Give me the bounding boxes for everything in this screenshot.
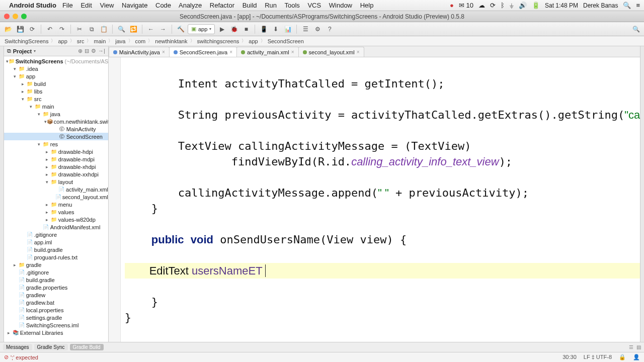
tree-node[interactable]: 📄proguard-rules.txt <box>4 253 108 261</box>
monitor-icon[interactable]: 📊 <box>283 24 293 34</box>
menu-file[interactable]: File <box>62 2 73 9</box>
tree-node[interactable]: 📄build.gradle <box>4 276 108 284</box>
tree-node[interactable]: ▸📁libs <box>4 87 108 95</box>
menu-run[interactable]: Run <box>265 2 277 9</box>
sdk-icon[interactable]: ⬇ <box>271 24 281 34</box>
menu-vcs[interactable]: VCS <box>307 2 321 9</box>
editor-gutter[interactable] <box>109 57 121 342</box>
bc-0[interactable]: SwitchingScreens <box>3 38 50 44</box>
settings-icon[interactable]: ⚙ <box>312 24 323 34</box>
forward-icon[interactable]: → <box>158 24 168 34</box>
lock-icon[interactable]: 🔒 <box>619 354 626 360</box>
bc-2[interactable]: src <box>75 38 86 44</box>
tree-node[interactable]: ▸📁gradle <box>4 261 108 268</box>
left-gutter-tabs[interactable] <box>0 46 4 342</box>
tree-node[interactable]: ⒸSecondScreen <box>4 133 108 140</box>
open-icon[interactable]: 📂 <box>3 24 13 34</box>
scroll-from-icon[interactable]: ⊕ <box>78 48 83 54</box>
tree-node[interactable]: ▾📁layout <box>4 178 108 186</box>
menu-navigate[interactable]: Navigate <box>122 2 147 9</box>
tree-node[interactable]: ▾📁src <box>4 95 108 103</box>
menu-code[interactable]: Code <box>155 2 171 9</box>
tree-node[interactable]: ▸📁build <box>4 80 108 87</box>
bc-1[interactable]: app <box>56 38 68 44</box>
right-gutter-tabs[interactable] <box>640 46 644 342</box>
collapse-icon[interactable]: ⊟ <box>85 48 89 54</box>
cloud-icon[interactable]: ☁︎ <box>478 2 485 9</box>
tree-node[interactable]: ▾📁java <box>4 110 108 118</box>
record-icon[interactable]: ● <box>450 2 454 9</box>
tab-secondscreen[interactable]: SecondScreen.java× <box>169 47 237 57</box>
tab-second-layout-xml[interactable]: second_layout.xml× <box>298 47 364 57</box>
tree-node[interactable]: 📄activity_main.xml <box>4 186 108 193</box>
menu-analyze[interactable]: Analyze <box>179 2 202 9</box>
battery-icon[interactable]: 🔋 <box>532 2 540 9</box>
hector-icon[interactable]: 👤 <box>633 354 640 360</box>
menu-view[interactable]: View <box>100 2 114 9</box>
view-combo-icon[interactable]: ⧉ <box>7 48 11 54</box>
project-tree[interactable]: ▾📁SwitchingScreens (~/Documents/ASProgra… <box>4 56 108 342</box>
bc-8[interactable]: app <box>247 38 259 44</box>
tab-gradle-build[interactable]: Gradle Build <box>70 344 104 350</box>
search-everywhere-icon[interactable]: 🔍 <box>631 24 641 34</box>
tab-messages[interactable]: Messages <box>3 344 32 350</box>
wifi-icon[interactable]: ⏚ <box>510 2 514 9</box>
notifications-icon[interactable]: ≡ <box>636 2 640 9</box>
sync-icon[interactable]: ⟳ <box>27 24 37 34</box>
clock[interactable]: Sat 1:48 PM <box>545 2 578 9</box>
tree-node[interactable]: ▾📁res <box>4 140 108 148</box>
tree-node[interactable]: ▾📁app <box>4 72 108 80</box>
encoding[interactable]: LF ‡ UTF-8 <box>584 354 612 360</box>
volume-icon[interactable]: 🔊 <box>519 2 527 9</box>
tree-node[interactable]: ▸📁drawable-xxhdpi <box>4 170 108 178</box>
tab-gradle-sync[interactable]: Gradle Sync <box>34 344 68 350</box>
menu-build[interactable]: Build <box>243 2 257 9</box>
tree-node[interactable]: 📄.gitignore <box>4 231 108 238</box>
menu-edit[interactable]: Edit <box>80 2 92 9</box>
close-icon[interactable]: × <box>162 49 165 55</box>
cut-icon[interactable]: ✂︎ <box>74 24 85 34</box>
menu-window[interactable]: Window <box>329 2 352 9</box>
tree-node[interactable]: ▸📁drawable-hdpi <box>4 148 108 155</box>
tab-mainactivity[interactable]: MainActivity.java× <box>109 47 170 57</box>
gradle-console-icon[interactable]: ▤ <box>636 344 641 350</box>
tree-node[interactable]: ▸📁values <box>4 208 108 216</box>
hide-icon[interactable]: →| <box>98 48 105 54</box>
tree-node[interactable]: ▸📁drawable-xhdpi <box>4 163 108 170</box>
find-icon[interactable]: 🔍 <box>116 24 126 34</box>
tree-node[interactable]: ▸📁values-w820dp <box>4 216 108 223</box>
close-window-icon[interactable] <box>4 14 10 19</box>
bc-6[interactable]: newthinktank <box>153 38 189 44</box>
tree-node[interactable]: ▸📚External Libraries <box>4 329 108 336</box>
help-icon[interactable]: ? <box>325 24 335 34</box>
tree-node[interactable]: 📄gradlew.bat <box>4 299 108 306</box>
tree-node[interactable]: ▾📦com.newthinktank.switchings <box>4 118 108 125</box>
save-icon[interactable]: 💾 <box>15 24 25 34</box>
bc-7[interactable]: switchingscreens <box>196 38 241 44</box>
event-log-icon[interactable]: ☰ <box>629 344 633 350</box>
redo-icon[interactable]: ↷ <box>57 24 67 34</box>
replace-icon[interactable]: 🔁 <box>128 24 138 34</box>
caret-position[interactable]: 30:30 <box>562 354 577 360</box>
minimize-window-icon[interactable] <box>13 14 18 19</box>
undo-icon[interactable]: ↶ <box>45 24 55 34</box>
bc-4[interactable]: java <box>114 38 127 44</box>
tab-activity-main-xml[interactable]: activity_main.xml× <box>236 47 299 57</box>
tree-node[interactable]: ▸📁menu <box>4 201 108 208</box>
run-config-combo[interactable]: ▣ app ▾ <box>188 24 215 34</box>
mail-icon[interactable]: ✉︎ 10 <box>459 2 473 9</box>
tree-node[interactable]: 📄SwitchingScreens.iml <box>4 321 108 329</box>
tree-node[interactable]: 📄gradlew <box>4 291 108 299</box>
paste-icon[interactable]: 📋 <box>99 24 109 34</box>
close-icon[interactable]: × <box>357 49 360 55</box>
menu-help[interactable]: Help <box>360 2 374 9</box>
bc-3[interactable]: main <box>92 38 107 44</box>
structure-icon[interactable]: ☰ <box>300 24 310 34</box>
tree-node[interactable]: 📄local.properties <box>4 306 108 314</box>
close-icon[interactable]: × <box>291 49 294 55</box>
zoom-window-icon[interactable] <box>21 14 27 19</box>
tree-node[interactable]: 📄build.gradle <box>4 246 108 253</box>
tree-node[interactable]: 📄.gitignore <box>4 268 108 276</box>
bluetooth-icon[interactable]: ᛒ <box>501 2 505 9</box>
make-icon[interactable]: 🔨 <box>176 24 186 34</box>
